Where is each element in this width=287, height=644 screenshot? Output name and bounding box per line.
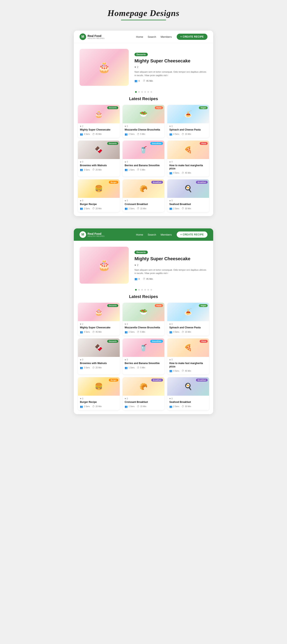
recipe-card-body: ♥ 0 Berries and Banana Smoothie 👥 1 Serv… [123,357,164,371]
recipe-likes-count: 0 [127,398,128,400]
recipe-card-recipes-grid-1-3[interactable]: 🍫 Desserts ♥ 0 Brownies with Walnuts 👥 3… [78,140,120,176]
recipe-time-val: 5 Min [140,133,145,135]
recipe-card-recipes-grid-1-7[interactable]: 🥐 Breakfast ♥ 0 Croissant Breakfast 👥 2 … [123,179,164,212]
dot-2-5[interactable] [147,289,149,290]
nav-members-2[interactable]: Members [161,233,172,236]
recipe-card-likes: ♥ 0 [169,358,207,361]
servings-icon: 👥 [125,168,128,171]
recipe-card-meta: 👥 1 Serv. ⏱ 5 Min [125,168,162,171]
recipe-card-recipes-grid-1-0[interactable]: 🎂 Desserts ♥ 2 Mighty Super Cheesecake 👥… [78,105,120,138]
recipe-card-body: ♥ 0 Mozzarella Cheese Bruschetta 👥 2 Ser… [123,321,164,336]
servings-icon: 👥 [125,207,128,210]
recipe-card-body: ♥ 0 Seafood Breakfast 👥 2 Serv. ⏱ 30 Min [167,198,209,212]
recipe-card-img: 🍕 Pizza [167,338,209,357]
recipe-card-recipes-grid-1-8[interactable]: 🍳 Breakfast ♥ 0 Seafood Breakfast 👥 2 Se… [167,179,209,212]
dot-2-4[interactable] [144,289,146,290]
recipe-card-tag: Smoothies [150,340,163,343]
recipe-card-body: ♥ 0 Croissant Breakfast 👥 2 Serv. ⏱ 15 M… [123,198,164,212]
nav-create-btn-1[interactable]: + CREATE RECIPE [177,34,208,40]
hero-title-1: Mighty Super Cheesecake [134,58,208,64]
nav-links-1: Home Search Members [136,35,172,38]
recipe-card-tag: Breakfast [196,379,208,382]
recipe-card-tag: Burger [109,181,118,184]
time-icon: ⏱ [137,168,139,171]
nav-home-1[interactable]: Home [136,35,143,38]
recipe-card-recipes-grid-1-4[interactable]: 🥤 Smoothies ♥ 0 Berries and Banana Smoot… [123,140,164,176]
recipe-card-body: ♥ 2 Mighty Super Cheesecake 👥 4 Serv. ⏱ … [78,321,120,336]
nav-create-btn-2[interactable]: + CREATE RECIPE [177,232,208,238]
recipe-card-title: Seafood Breakfast [169,203,207,206]
recipe-card-recipes-grid-2-0[interactable]: 🎂 Desserts ♥ 2 Mighty Super Cheesecake 👥… [78,303,120,336]
recipe-card-recipes-grid-2-2[interactable]: 🍝 Vegan ♥ 0 Spinach and Cheese Pasta 👥 4… [167,303,209,336]
nav-home-2[interactable]: Home [136,233,143,236]
recipe-card-recipes-grid-1-5[interactable]: 🍕 Pizza ♥ 0 How to make fast margherita … [167,140,209,176]
time-icon: ⏱ [92,133,95,136]
nav-logo-text-1: Real Food [87,34,105,38]
nav-search-1[interactable]: Search [148,35,156,38]
time-icon: ⏱ [137,405,139,408]
nav-logo-1[interactable]: M Real Food HEALTHY RECIPES [79,34,105,40]
recipe-card-recipes-grid-2-7[interactable]: 🥐 Breakfast ♥ 0 Croissant Breakfast 👥 2 … [123,377,164,410]
dot-2-1[interactable] [135,289,137,290]
dot-2-6[interactable] [150,289,152,290]
recipe-heart-icon: ♥ [80,323,81,325]
recipe-time: ⏱ 20 Min [92,405,102,408]
recipe-time: ⏱ 45 Min [92,330,102,334]
hero-servings-val-2: 4 [138,278,140,280]
recipe-card-recipes-grid-2-5[interactable]: 🍕 Pizza ♥ 0 How to make fast margherita … [167,338,209,374]
dot-1-5[interactable] [147,91,149,93]
recipe-servings-val: 3 Serv. [84,366,90,369]
nav-logo-sub-2: HEALTHY RECIPES [87,236,105,237]
dot-1-6[interactable] [150,91,152,93]
recipe-card-img: 🍔 Burger [78,179,120,198]
dot-1-1[interactable] [135,91,137,93]
recipe-servings: 👥 4 Serv. [80,330,90,334]
recipe-card-body: ♥ 0 Brownies with Walnuts 👥 3 Serv. ⏱ 25… [78,357,120,371]
servings-icon: 👥 [80,207,83,210]
dot-2-3[interactable] [141,289,143,290]
navbar-2: M Real Food HEALTHY RECIPES Home Search … [74,228,213,241]
recipe-card-img: 🎂 Desserts [78,105,120,123]
time-icon: ⏱ [137,330,139,334]
recipe-card-recipes-grid-2-1[interactable]: 🥗 Pasta ♥ 0 Mozzarella Cheese Bruschetta… [123,303,164,336]
recipe-card-img: 🍔 Burger [78,377,120,396]
page-title: Homepage Designs [108,8,180,18]
recipe-card-title: Spinach and Cheese Pasta [169,128,207,132]
recipe-card-img: 🍫 Desserts [78,140,120,159]
servings-icon: 👥 [125,133,128,136]
recipe-card-recipes-grid-2-3[interactable]: 🍫 Desserts ♥ 0 Brownies with Walnuts 👥 3… [78,338,120,374]
recipe-servings: 👥 4 Serv. [169,133,180,136]
recipe-time-val: 25 Min [95,366,102,369]
recipe-servings: 👥 4 Serv. [169,172,180,174]
dot-1-2[interactable] [138,91,140,93]
servings-icon: 👥 [169,133,172,136]
recipe-heart-icon: ♥ [169,200,171,202]
recipes-grid-1: 🎂 Desserts ♥ 2 Mighty Super Cheesecake 👥… [74,105,213,212]
recipe-card-img: 🥗 Pasta [123,105,164,123]
recipe-card-recipes-grid-1-1[interactable]: 🥗 Pasta ♥ 0 Mozzarella Cheese Bruschetta… [123,105,164,138]
nav-search-2[interactable]: Search [148,233,156,236]
recipe-card-recipes-grid-2-4[interactable]: 🥤 Smoothies ♥ 0 Berries and Banana Smoot… [123,338,164,374]
recipe-heart-icon: ♥ [169,323,171,325]
recipe-card-tag: Smoothies [150,142,163,145]
recipe-card-recipes-grid-2-6[interactable]: 🍔 Burger ♥ 0 Burger Recipe 👥 2 Serv. ⏱ 2 [78,377,120,410]
hero-time-1: ⏱ 45 Min [143,80,153,82]
recipe-heart-icon: ♥ [80,200,81,202]
recipe-card-meta: 👥 4 Serv. ⏱ 45 Min [169,172,207,174]
recipe-likes-count: 0 [127,323,128,325]
time-icon: ⏱ [182,405,184,408]
dot-2-2[interactable] [138,289,140,290]
recipe-card-recipes-grid-1-6[interactable]: 🍔 Burger ♥ 0 Burger Recipe 👥 2 Serv. ⏱ 2 [78,179,120,212]
recipe-card-recipes-grid-1-2[interactable]: 🍝 Vegan ♥ 0 Spinach and Cheese Pasta 👥 4… [167,105,209,138]
recipe-card-tag: Vegan [199,106,208,109]
recipe-heart-icon: ♥ [125,200,126,202]
dot-1-3[interactable] [141,91,143,93]
recipe-card-recipes-grid-2-8[interactable]: 🍳 Breakfast ♥ 0 Seafood Breakfast 👥 2 Se… [167,377,209,410]
dot-1-4[interactable] [144,91,146,93]
recipe-card-img: 🥐 Breakfast [123,377,164,396]
carousel-dots-1 [74,91,213,93]
nav-logo-2[interactable]: M Real Food HEALTHY RECIPES [79,231,105,238]
nav-members-1[interactable]: Members [161,35,172,38]
time-icon-1: ⏱ [143,80,145,82]
recipe-card-img: 🥐 Breakfast [123,179,164,198]
